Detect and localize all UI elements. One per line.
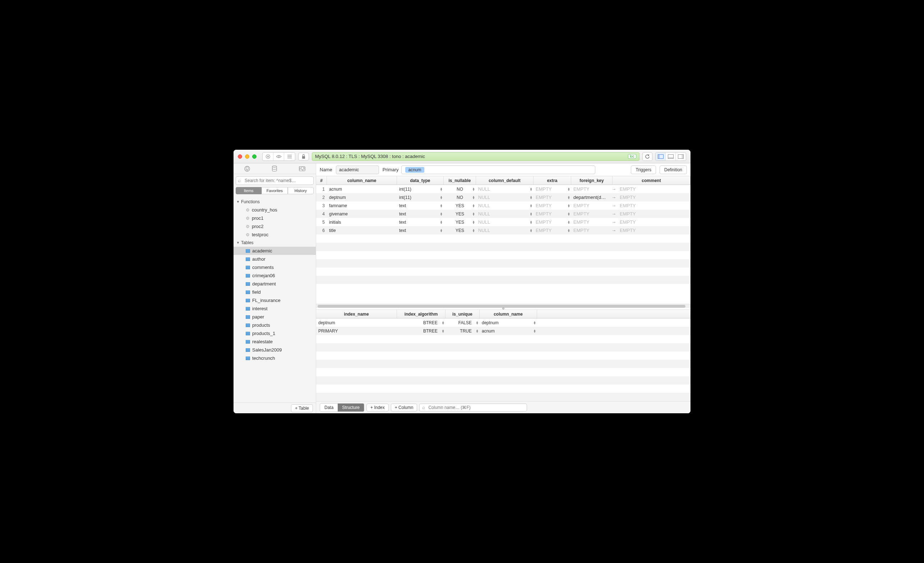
tree-item[interactable]: proc1 [234, 214, 316, 222]
triggers-button[interactable]: Triggers [631, 166, 656, 174]
col-is-nullable[interactable]: is_nullable [444, 176, 476, 184]
tree-group[interactable]: Functions [234, 198, 316, 206]
plug-icon[interactable] [243, 165, 252, 173]
col-column-default[interactable]: column_default [476, 176, 534, 184]
tree-item[interactable]: FL_insurance [234, 296, 316, 304]
layout-sidebar-icon[interactable] [656, 153, 666, 160]
cell-foreign-key[interactable]: EMPTY→ [571, 210, 612, 218]
filter-history[interactable]: History [288, 187, 314, 194]
index-row[interactable]: deptnumBTREE▴▾FALSE▴▾deptnum▴▾ [316, 319, 690, 327]
column-row[interactable]: 4givenametext▴▾YES▴▾NULL▴▾EMPTY▴▾EMPTY→E… [316, 210, 690, 218]
index-row[interactable]: PRIMARYBTREE▴▾TRUE▴▾acnum▴▾ [316, 327, 690, 335]
cell-column-name[interactable]: famname [327, 201, 397, 210]
cell-data-type[interactable]: text▴▾ [397, 218, 444, 226]
col-hash[interactable]: # [316, 176, 327, 184]
tree-item[interactable]: realestate [234, 337, 316, 346]
cell-extra[interactable]: EMPTY▴▾ [534, 210, 571, 218]
tree-item[interactable]: author [234, 255, 316, 263]
col-index-name[interactable]: index_name [316, 310, 397, 318]
eye-icon[interactable] [273, 153, 284, 160]
tree-item[interactable]: crimejan06 [234, 271, 316, 280]
tree-group[interactable]: Tables [234, 239, 316, 247]
tree-item[interactable]: testproc [234, 231, 316, 239]
cell-extra[interactable]: EMPTY▴▾ [534, 185, 571, 193]
cell-index-name[interactable]: PRIMARY [316, 327, 397, 335]
cell-nullable[interactable]: NO▴▾ [444, 193, 476, 201]
column-row[interactable]: 1acnumint(11)▴▾NO▴▾NULL▴▾EMPTY▴▾EMPTY→EM… [316, 185, 690, 193]
cell-comment[interactable]: EMPTY [612, 201, 690, 210]
cell-index-algorithm[interactable]: BTREE▴▾ [397, 319, 446, 327]
cell-column-name[interactable]: deptnum [327, 193, 397, 201]
cell-comment[interactable]: EMPTY [612, 185, 690, 193]
layout-bottom-icon[interactable] [666, 153, 676, 160]
tree-item[interactable]: academic [234, 247, 316, 255]
cell-comment[interactable]: EMPTY [612, 218, 690, 226]
cell-nullable[interactable]: YES▴▾ [444, 226, 476, 235]
col-column-name[interactable]: column_name [327, 176, 397, 184]
cell-default[interactable]: NULL▴▾ [476, 193, 534, 201]
cell-comment[interactable]: EMPTY [612, 210, 690, 218]
refresh-button[interactable] [642, 152, 652, 161]
tree-item[interactable]: department [234, 280, 316, 288]
cell-index-column[interactable]: deptnum▴▾ [480, 319, 537, 327]
cell-index-name[interactable]: deptnum [316, 319, 397, 327]
tree-item[interactable]: comments [234, 263, 316, 271]
list-icon[interactable] [284, 153, 295, 160]
column-row[interactable]: 6titletext▴▾YES▴▾NULL▴▾EMPTY▴▾EMPTY→EMPT… [316, 226, 690, 235]
cell-foreign-key[interactable]: EMPTY→ [571, 201, 612, 210]
col-comment[interactable]: comment [612, 176, 690, 184]
cell-extra[interactable]: EMPTY▴▾ [534, 201, 571, 210]
cell-data-type[interactable]: text▴▾ [397, 210, 444, 218]
cell-column-name[interactable]: givename [327, 210, 397, 218]
tree-item[interactable]: country_hos [234, 206, 316, 214]
cell-default[interactable]: NULL▴▾ [476, 226, 534, 235]
tab-data[interactable]: Data [320, 404, 338, 412]
cell-nullable[interactable]: YES▴▾ [444, 210, 476, 218]
cell-data-type[interactable]: text▴▾ [397, 201, 444, 210]
add-column-button[interactable]: + Column [391, 404, 417, 412]
add-table-button[interactable]: + Table [291, 404, 313, 412]
cell-foreign-key[interactable]: department(d…→ [571, 193, 612, 201]
column-row[interactable]: 5initialstext▴▾YES▴▾NULL▴▾EMPTY▴▾EMPTY→E… [316, 218, 690, 226]
table-name-field[interactable]: academic [336, 166, 379, 174]
cell-column-name[interactable]: acnum [327, 185, 397, 193]
layout-right-icon[interactable] [676, 153, 686, 160]
sidebar-search-input[interactable] [236, 176, 314, 185]
col-index-column[interactable]: column_name [480, 310, 537, 318]
col-data-type[interactable]: data_type [397, 176, 444, 184]
database-icon[interactable] [270, 165, 279, 173]
col-extra[interactable]: extra [534, 176, 571, 184]
tree-item[interactable]: techcrunch [234, 354, 316, 362]
tree-item[interactable]: interest [234, 304, 316, 313]
cell-extra[interactable]: EMPTY▴▾ [534, 226, 571, 235]
filter-items[interactable]: Items [236, 187, 261, 194]
cell-data-type[interactable]: text▴▾ [397, 226, 444, 235]
definition-button[interactable]: Definition [660, 166, 687, 174]
tree-item[interactable]: paper [234, 313, 316, 321]
minimize-window-button[interactable] [245, 154, 249, 159]
cell-index-algorithm[interactable]: BTREE▴▾ [397, 327, 446, 335]
cell-default[interactable]: NULL▴▾ [476, 210, 534, 218]
cancel-icon[interactable] [262, 153, 273, 160]
col-index-algorithm[interactable]: index_algorithm [397, 310, 446, 318]
column-row[interactable]: 2deptnumint(11)▴▾NO▴▾NULL▴▾EMPTY▴▾depart… [316, 193, 690, 201]
cell-comment[interactable]: EMPTY [612, 226, 690, 235]
col-foreign-key[interactable]: foreign_key [571, 176, 612, 184]
tab-structure[interactable]: Structure [338, 404, 364, 412]
cell-default[interactable]: NULL▴▾ [476, 185, 534, 193]
tree-item[interactable]: SalesJan2009 [234, 346, 316, 354]
add-index-button[interactable]: + Index [366, 404, 389, 412]
cell-nullable[interactable]: YES▴▾ [444, 201, 476, 210]
col-is-unique[interactable]: is_unique [446, 310, 480, 318]
cell-default[interactable]: NULL▴▾ [476, 218, 534, 226]
cell-data-type[interactable]: int(11)▴▾ [397, 193, 444, 201]
cell-foreign-key[interactable]: EMPTY→ [571, 218, 612, 226]
primary-key-field[interactable]: acnum [401, 166, 595, 174]
tree-item[interactable]: field [234, 288, 316, 296]
connection-bar[interactable]: MySQL 8.0.12 : TLS : MySQL 3308 : tono :… [312, 152, 639, 161]
cell-extra[interactable]: EMPTY▴▾ [534, 218, 571, 226]
lock-icon[interactable] [298, 153, 309, 160]
tree-item[interactable]: products_1 [234, 329, 316, 337]
cell-index-column[interactable]: acnum▴▾ [480, 327, 537, 335]
filter-favorites[interactable]: Favorites [261, 187, 287, 194]
